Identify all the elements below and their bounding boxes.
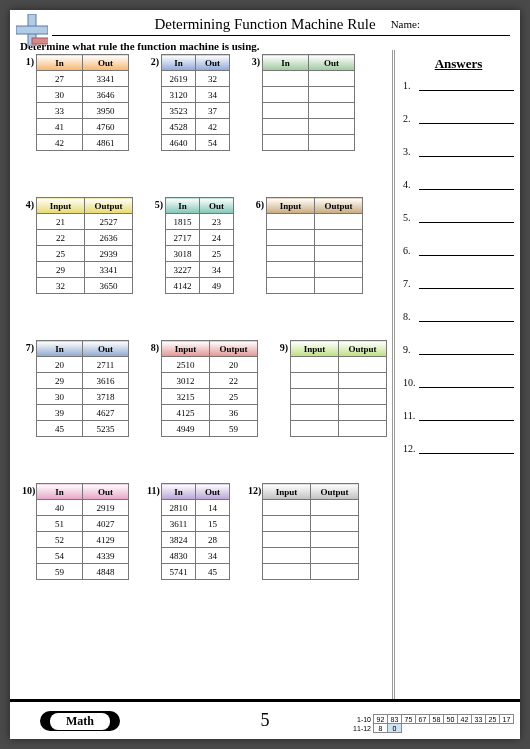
- table-cell: [315, 230, 363, 246]
- function-table: InOut402919514027524129544339594848: [36, 483, 129, 580]
- table-row: 281014: [162, 500, 230, 516]
- table-header: In: [37, 484, 83, 500]
- table-cell: 4528: [162, 119, 196, 135]
- answer-line: 7.: [403, 278, 514, 289]
- table-row: 301222: [162, 373, 258, 389]
- table-cell: 3650: [85, 278, 133, 294]
- table-cell: 2810: [162, 500, 196, 516]
- table-row: 483034: [162, 548, 230, 564]
- table-header: In: [166, 198, 200, 214]
- footer-divider: [10, 699, 520, 702]
- answer-blank: [419, 147, 514, 157]
- table-header: Input: [267, 198, 315, 214]
- table-header: Out: [83, 341, 129, 357]
- table-cell: 3611: [162, 516, 196, 532]
- answer-number: 2.: [403, 113, 419, 124]
- table-cell: 27: [37, 71, 83, 87]
- table-cell: 3018: [166, 246, 200, 262]
- table-cell: [311, 500, 359, 516]
- table-cell: 4129: [83, 532, 129, 548]
- table-cell: 3012: [162, 373, 210, 389]
- table-cell: [291, 389, 339, 405]
- answer-blank: [419, 312, 514, 322]
- table-row-group: 10)InOut40291951402752412954433959484811…: [22, 483, 390, 580]
- score-cell: 75: [402, 715, 416, 724]
- table-cell: [263, 532, 311, 548]
- math-label: Math: [50, 713, 110, 730]
- table-row: 382428: [162, 532, 230, 548]
- table-header: Out: [200, 198, 234, 214]
- table-cell: 33: [37, 103, 83, 119]
- function-table: InOut273341303646333950414760424861: [36, 54, 129, 151]
- table-cell: 42: [196, 119, 230, 135]
- svg-rect-2: [32, 38, 48, 44]
- footer: Math 5 1-109283756758504233251711-1280: [10, 699, 520, 739]
- function-table: InputOutput25102030122232152541253649495…: [161, 340, 258, 437]
- table-row: 361115: [162, 516, 230, 532]
- table-cell: 3718: [83, 389, 129, 405]
- score-cell: 17: [500, 715, 514, 724]
- score-cell: 8: [374, 724, 388, 733]
- question-number: 9): [276, 340, 290, 353]
- score-cell: 0: [388, 724, 402, 733]
- answer-line: 11.: [403, 410, 514, 421]
- table-row: 321525: [162, 389, 258, 405]
- function-table: InOut261932312034352337452842464054: [161, 54, 230, 151]
- table-cell: 49: [200, 278, 234, 294]
- table-cell: 54: [37, 548, 83, 564]
- table-cell: [263, 516, 311, 532]
- question-number: 5): [151, 197, 165, 210]
- table-cell: [339, 405, 387, 421]
- function-table: InOut181523271724301825322734414249: [165, 197, 234, 294]
- table-container: 4)InputOutput212527222636252939293341323…: [22, 197, 133, 294]
- table-header: In: [37, 341, 83, 357]
- table-header: Output: [85, 198, 133, 214]
- plus-icon: [16, 14, 48, 50]
- question-number: 11): [147, 483, 161, 496]
- table-row: 524129: [37, 532, 129, 548]
- answer-blank: [419, 213, 514, 223]
- table-cell: [267, 214, 315, 230]
- table-container: 12)InputOutput: [248, 483, 359, 580]
- table-cell: [263, 548, 311, 564]
- answer-blank: [419, 444, 514, 454]
- table-cell: 14: [196, 500, 230, 516]
- table-cell: 4760: [83, 119, 129, 135]
- table-cell: 36: [210, 405, 258, 421]
- answer-blank: [419, 378, 514, 388]
- table-header: Input: [162, 341, 210, 357]
- table-cell: 25: [37, 246, 85, 262]
- answer-blank: [419, 246, 514, 256]
- table-row: 252939: [37, 246, 133, 262]
- table-cell: 22: [210, 373, 258, 389]
- question-number: 6): [252, 197, 266, 210]
- table-row: [263, 71, 355, 87]
- table-cell: [263, 103, 309, 119]
- answer-blank: [419, 345, 514, 355]
- table-cell: 34: [196, 87, 230, 103]
- table-cell: [291, 373, 339, 389]
- table-cell: 3215: [162, 389, 210, 405]
- table-cell: 3227: [166, 262, 200, 278]
- table-cell: 2527: [85, 214, 133, 230]
- table-cell: 4027: [83, 516, 129, 532]
- answer-line: 10.: [403, 377, 514, 388]
- answer-line: 9.: [403, 344, 514, 355]
- question-number: 12): [248, 483, 262, 496]
- page-number: 5: [261, 710, 270, 731]
- table-cell: 41: [37, 119, 83, 135]
- table-row: 414249: [166, 278, 234, 294]
- table-container: 1)InOut273341303646333950414760424861: [22, 54, 129, 151]
- answer-line: 6.: [403, 245, 514, 256]
- table-cell: 15: [196, 516, 230, 532]
- table-row: 352337: [162, 103, 230, 119]
- table-header: Input: [37, 198, 85, 214]
- table-cell: [315, 262, 363, 278]
- table-row: [263, 103, 355, 119]
- table-container: 3)InOut: [248, 54, 355, 151]
- table-row: 514027: [37, 516, 129, 532]
- table-row: [267, 262, 363, 278]
- table-header: Input: [291, 341, 339, 357]
- table-row: 293341: [37, 262, 133, 278]
- table-cell: [309, 71, 355, 87]
